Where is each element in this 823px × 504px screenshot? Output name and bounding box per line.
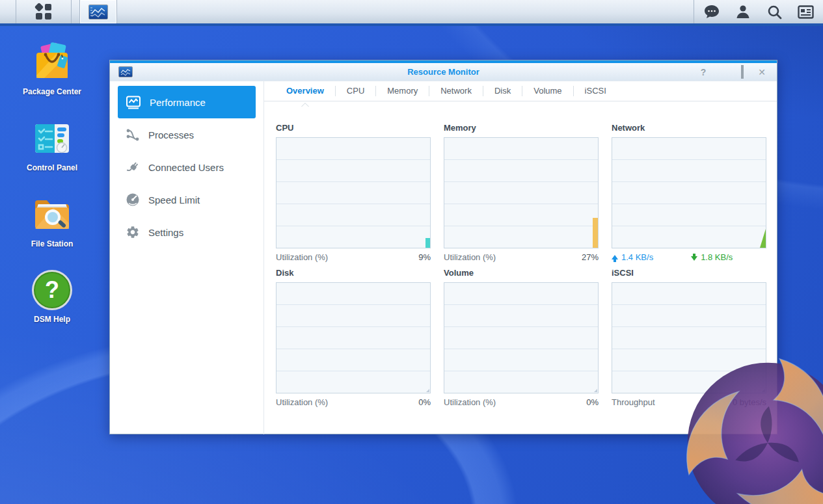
desktop-icon-file-station[interactable]: File Station (17, 194, 87, 249)
panel-footer-label: Utilization (%) (276, 397, 328, 407)
sidebar-item-label: Performance (150, 97, 206, 108)
network-traffic-spike (760, 229, 766, 248)
sidebar-item-label: Speed Limit (148, 194, 200, 206)
app-launcher-icon (35, 3, 52, 20)
help-button[interactable]: ? (699, 68, 708, 77)
taskbar-tray (694, 0, 823, 23)
sidebar-item-connected-users[interactable]: Connected Users (118, 151, 256, 183)
svg-text:?: ? (45, 276, 59, 303)
network-panel: Network 1.4 KB/s 1.8 KB/s (612, 123, 766, 262)
iscsi-throughput-value: 0 bytes/s (733, 397, 766, 407)
panel-footer-label: Utilization (%) (276, 252, 328, 262)
iscsi-panel: iSCSI Throughput 0 bytes/s (612, 268, 766, 407)
panel-title: Disk (276, 268, 431, 278)
panel-title: Network (612, 123, 766, 133)
upload-arrow-icon (612, 255, 618, 259)
desktop-icon-label: DSM Help (17, 315, 87, 325)
panel-title: CPU (276, 123, 431, 133)
network-download: 1.8 KB/s (691, 252, 733, 262)
zero-mark (762, 389, 765, 392)
cpu-utilization-value: 9% (418, 252, 431, 262)
panel-title: iSCSI (612, 268, 766, 278)
gauge-icon (126, 192, 140, 207)
panel-footer-label: Utilization (%) (444, 397, 496, 407)
taskbar (0, 0, 823, 26)
download-arrow-icon (691, 256, 697, 261)
window-icon (118, 66, 133, 77)
main-content: Overview CPU Memory Network Disk Volume … (264, 81, 777, 434)
tab-iscsi[interactable]: iSCSI (574, 86, 617, 96)
volume-panel: Volume Utilization (%) 0% (444, 268, 599, 407)
cpu-chart (276, 137, 431, 248)
desktop-icon-package-center[interactable]: Package Center (17, 42, 87, 97)
tab-disk[interactable]: Disk (483, 86, 522, 96)
close-button[interactable]: ✕ (757, 68, 766, 77)
resource-monitor-window: Resource Monitor ? ✕ Performance (109, 60, 777, 434)
notifications-chat-icon[interactable] (703, 3, 720, 20)
window-controls: ? ✕ (699, 68, 777, 77)
desktop-icon-label: File Station (17, 239, 87, 249)
disk-utilization-value: 0% (418, 397, 431, 407)
tab-network[interactable]: Network (429, 86, 483, 96)
panel-footer-label: Utilization (%) (444, 252, 496, 262)
memory-utilization-value: 27% (582, 252, 599, 262)
control-panel-icon (31, 118, 73, 159)
panel-title: Memory (444, 123, 599, 133)
network-upload: 1.4 KB/s (612, 252, 653, 262)
performance-icon (126, 94, 141, 110)
cpu-usage-bar (425, 238, 430, 248)
desktop-icon-control-panel[interactable]: Control Panel (17, 118, 87, 173)
sidebar-item-label: Settings (148, 227, 183, 238)
cpu-panel: CPU Utilization (%) 9% (276, 123, 431, 262)
overview-panels: CPU Utilization (%) 9% Memory (264, 101, 777, 407)
widgets-icon[interactable] (797, 3, 814, 20)
tab-memory[interactable]: Memory (376, 86, 429, 96)
tab-volume[interactable]: Volume (522, 86, 573, 96)
desktop-icon-label: Control Panel (17, 163, 87, 173)
upload-value: 1.4 KB/s (621, 252, 653, 262)
memory-panel: Memory Utilization (%) 27% (444, 123, 599, 262)
resource-monitor-icon (88, 5, 108, 20)
maximize-button[interactable] (741, 65, 744, 79)
sidebar-item-speed-limit[interactable]: Speed Limit (118, 183, 256, 216)
sidebar-item-label: Connected Users (148, 162, 224, 173)
desktop-icon-dsm-help[interactable]: ? DSM Help (17, 269, 87, 325)
file-station-icon (31, 194, 73, 235)
panel-footer-label: Throughput (612, 397, 655, 407)
taskbar-resource-monitor-button[interactable] (79, 0, 117, 23)
zero-mark (594, 389, 597, 392)
zero-mark (426, 389, 429, 392)
tab-bar: Overview CPU Memory Network Disk Volume … (264, 81, 777, 101)
sidebar-item-performance[interactable]: Performance (118, 86, 256, 118)
network-chart (612, 137, 766, 248)
sidebar-item-label: Processes (148, 129, 194, 140)
volume-chart (444, 282, 599, 393)
desktop-icon-label: Package Center (17, 87, 87, 97)
sidebar-item-settings[interactable]: Settings (118, 216, 256, 248)
window-titlebar[interactable]: Resource Monitor ? ✕ (110, 63, 777, 81)
app-launcher-button[interactable] (16, 0, 72, 23)
processes-icon (126, 127, 140, 142)
sidebar: Performance Processes (110, 81, 264, 434)
memory-chart (444, 137, 599, 248)
package-center-icon (31, 42, 73, 83)
tab-cpu[interactable]: CPU (336, 86, 376, 96)
panel-title: Volume (444, 268, 599, 278)
dsm-help-icon: ? (31, 269, 73, 311)
sidebar-item-processes[interactable]: Processes (118, 118, 256, 151)
window-title: Resource Monitor (110, 67, 777, 77)
iscsi-chart (612, 282, 766, 393)
tab-overview[interactable]: Overview (275, 86, 336, 96)
volume-utilization-value: 0% (586, 397, 599, 407)
search-icon[interactable] (766, 3, 783, 20)
user-icon[interactable] (735, 3, 751, 20)
plug-icon (126, 160, 140, 174)
disk-panel: Disk Utilization (%) 0% (276, 268, 431, 407)
gear-icon (126, 225, 140, 239)
disk-chart (276, 282, 431, 393)
memory-usage-bar (593, 218, 598, 248)
download-value: 1.8 KB/s (701, 252, 733, 262)
